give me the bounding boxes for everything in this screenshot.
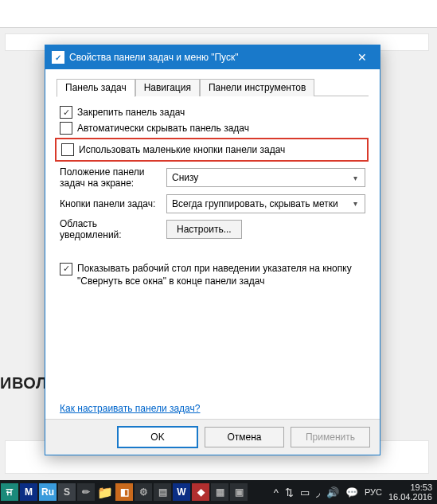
checkbox-lock-taskbar[interactable]: [60, 106, 72, 119]
system-taskbar[interactable]: ਜ M Ru S ✏ 📁 ◧ ⚙ ▤ W ◆ ▦ ▣ ^ ⇅ ▭ ◞ 🔊 💬 Р…: [0, 480, 437, 504]
tray-time: 19:53: [388, 483, 432, 492]
help-link[interactable]: Как настраивать панели задач?: [60, 403, 200, 414]
row-autohide: Автоматически скрывать панель задач: [60, 122, 365, 135]
checkbox-autohide[interactable]: [60, 122, 72, 135]
dialog-button-bar: OK Отмена Применить: [45, 419, 380, 455]
chevron-down-icon: ▾: [349, 199, 361, 208]
tray-wifi-icon[interactable]: ◞: [316, 486, 320, 498]
taskbar-app-2[interactable]: M: [20, 483, 37, 501]
tray-date: 16.04.2016: [388, 492, 432, 502]
client-area: Панель задач Навигация Панели инструмент…: [45, 69, 380, 419]
tray-volume-icon[interactable]: 🔊: [326, 486, 339, 498]
label-desktop-peek: Показывать рабочий стол при наведении ук…: [77, 262, 365, 287]
taskbar-app-11[interactable]: ◆: [192, 483, 209, 501]
label-lock-taskbar: Закрепить панель задач: [77, 107, 185, 118]
tray-battery-icon[interactable]: ▭: [300, 486, 310, 498]
tray-network-icon[interactable]: ⇅: [285, 486, 294, 498]
row-lock-taskbar: Закрепить панель задач: [60, 106, 365, 119]
taskbar-app-9[interactable]: ▤: [154, 483, 171, 501]
row-desktop-peek: Показывать рабочий стол при наведении ук…: [60, 262, 365, 287]
apply-button[interactable]: Применить: [291, 427, 370, 447]
row-taskbar-buttons: Кнопки панели задач: Всегда группировать…: [60, 194, 365, 213]
tray-overflow-icon[interactable]: ^: [274, 486, 279, 498]
ok-button[interactable]: OK: [117, 426, 198, 448]
close-button[interactable]: ✕: [345, 45, 380, 69]
titlebar[interactable]: ✓ Свойства панели задач и меню "Пуск" ✕: [45, 45, 380, 69]
row-notification-area: Область уведомлений: Настроить...: [60, 218, 365, 241]
tray-action-center-icon[interactable]: 💬: [345, 486, 358, 498]
chevron-down-icon: ▾: [349, 174, 361, 182]
taskbar-app-8[interactable]: ⚙: [135, 483, 152, 501]
taskbar-app-12[interactable]: ▦: [211, 483, 228, 501]
tab-strip: Панель задач Навигация Панели инструмент…: [57, 77, 369, 96]
label-taskbar-position: Положение панели задач на экране:: [60, 166, 166, 189]
close-icon: ✕: [357, 51, 367, 64]
window-title: Свойства панели задач и меню "Пуск": [69, 52, 345, 63]
tab-navigation[interactable]: Навигация: [135, 79, 200, 96]
taskbar-app-3[interactable]: Ru: [39, 483, 57, 501]
tab-taskbar[interactable]: Панель задач: [57, 79, 135, 97]
taskbar-app-4[interactable]: S: [58, 483, 76, 501]
button-notification-customize[interactable]: Настроить...: [166, 220, 242, 239]
label-small-buttons: Использовать маленькие кнопки панели зад…: [79, 144, 285, 155]
checkbox-small-buttons[interactable]: [61, 143, 74, 156]
tray-language[interactable]: РУС: [365, 487, 382, 497]
tab-toolbars[interactable]: Панели инструментов: [200, 79, 314, 96]
system-tray: ^ ⇅ ▭ ◞ 🔊 💬 РУС: [269, 486, 385, 498]
label-autohide: Автоматически скрывать панель задач: [77, 123, 249, 134]
select-taskbar-buttons[interactable]: Всегда группировать, скрывать метки ▾: [166, 194, 365, 213]
select-taskbar-buttons-value: Всегда группировать, скрывать метки: [172, 198, 338, 209]
taskbar-app-7[interactable]: ◧: [115, 483, 133, 501]
taskbar-app-13[interactable]: ▣: [230, 483, 248, 501]
tab-panel-taskbar: Закрепить панель задач Автоматически скр…: [57, 96, 369, 419]
highlight-small-buttons: Использовать маленькие кнопки панели зад…: [55, 138, 369, 162]
tray-clock[interactable]: 19:53 16.04.2016: [385, 483, 437, 502]
taskbar-app-5[interactable]: ✏: [77, 483, 95, 501]
label-notification-area: Область уведомлений:: [60, 218, 166, 241]
taskbar-app-1[interactable]: ਜ: [1, 483, 18, 501]
taskbar-properties-dialog: ✓ Свойства панели задач и меню "Пуск" ✕ …: [45, 45, 380, 455]
app-icon: ✓: [52, 51, 64, 64]
taskbar-app-10[interactable]: W: [173, 483, 190, 501]
row-taskbar-position: Положение панели задач на экране: Снизу …: [60, 166, 365, 189]
select-taskbar-position[interactable]: Снизу ▾: [166, 168, 365, 187]
cancel-button[interactable]: Отмена: [205, 427, 284, 447]
background-header-strip: [0, 0, 437, 28]
label-taskbar-buttons: Кнопки панели задач:: [60, 198, 166, 209]
select-taskbar-position-value: Снизу: [172, 172, 198, 183]
checkbox-desktop-peek[interactable]: [60, 263, 72, 275]
taskbar-app-6[interactable]: 📁: [96, 483, 114, 501]
